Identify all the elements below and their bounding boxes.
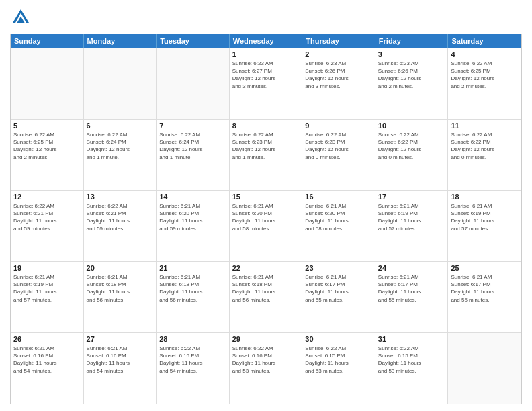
calendar-body: 1Sunrise: 6:23 AM Sunset: 6:27 PM Daylig… [11, 48, 521, 404]
calendar-row: 1Sunrise: 6:23 AM Sunset: 6:27 PM Daylig… [11, 48, 521, 119]
calendar-cell: 17Sunrise: 6:21 AM Sunset: 6:19 PM Dayli… [375, 191, 449, 261]
day-number: 21 [159, 264, 226, 272]
calendar-row: 5Sunrise: 6:22 AM Sunset: 6:25 PM Daylig… [11, 119, 521, 190]
day-info: Sunrise: 6:22 AM Sunset: 6:15 PM Dayligh… [378, 345, 445, 375]
calendar-cell: 5Sunrise: 6:22 AM Sunset: 6:25 PM Daylig… [11, 120, 84, 190]
calendar-cell: 7Sunrise: 6:22 AM Sunset: 6:24 PM Daylig… [157, 120, 230, 190]
calendar-cell: 22Sunrise: 6:21 AM Sunset: 6:18 PM Dayli… [230, 262, 303, 332]
calendar-cell: 27Sunrise: 6:21 AM Sunset: 6:16 PM Dayli… [84, 333, 157, 404]
calendar-header-row: SundayMondayTuesdayWednesdayThursdayFrid… [11, 34, 521, 48]
calendar-cell: 18Sunrise: 6:21 AM Sunset: 6:19 PM Dayli… [448, 191, 521, 261]
logo-icon [10, 7, 32, 28]
calendar-cell: 28Sunrise: 6:22 AM Sunset: 6:16 PM Dayli… [157, 333, 230, 404]
calendar-header-cell: Tuesday [157, 34, 230, 48]
day-number: 26 [13, 335, 81, 343]
day-info: Sunrise: 6:21 AM Sunset: 6:18 PM Dayligh… [232, 273, 300, 304]
calendar-cell: 12Sunrise: 6:22 AM Sunset: 6:21 PM Dayli… [11, 191, 84, 261]
day-number: 14 [159, 193, 226, 201]
day-number: 19 [13, 264, 81, 272]
calendar-cell: 6Sunrise: 6:22 AM Sunset: 6:24 PM Daylig… [84, 120, 157, 190]
day-number: 5 [13, 122, 81, 130]
calendar: SundayMondayTuesdayWednesdayThursdayFrid… [10, 34, 522, 404]
day-info: Sunrise: 6:22 AM Sunset: 6:16 PM Dayligh… [232, 345, 300, 375]
day-number: 1 [232, 50, 300, 58]
day-info: Sunrise: 6:22 AM Sunset: 6:15 PM Dayligh… [305, 345, 372, 375]
calendar-cell: 9Sunrise: 6:22 AM Sunset: 6:23 PM Daylig… [302, 120, 375, 190]
calendar-row: 26Sunrise: 6:21 AM Sunset: 6:16 PM Dayli… [11, 332, 521, 404]
day-number: 25 [451, 264, 519, 272]
calendar-cell: 15Sunrise: 6:21 AM Sunset: 6:20 PM Dayli… [230, 191, 303, 261]
day-number: 27 [87, 335, 154, 343]
day-number: 16 [305, 193, 372, 201]
calendar-row: 19Sunrise: 6:21 AM Sunset: 6:19 PM Dayli… [11, 261, 521, 332]
calendar-header-cell: Wednesday [230, 34, 303, 48]
calendar-cell: 30Sunrise: 6:22 AM Sunset: 6:15 PM Dayli… [302, 333, 375, 404]
day-info: Sunrise: 6:21 AM Sunset: 6:20 PM Dayligh… [159, 202, 226, 232]
day-info: Sunrise: 6:22 AM Sunset: 6:22 PM Dayligh… [451, 131, 519, 161]
day-info: Sunrise: 6:21 AM Sunset: 6:19 PM Dayligh… [451, 202, 519, 232]
day-info: Sunrise: 6:22 AM Sunset: 6:25 PM Dayligh… [451, 60, 519, 90]
calendar-cell: 26Sunrise: 6:21 AM Sunset: 6:16 PM Dayli… [11, 333, 84, 404]
day-info: Sunrise: 6:22 AM Sunset: 6:16 PM Dayligh… [159, 345, 226, 375]
day-number: 15 [232, 193, 300, 201]
day-info: Sunrise: 6:23 AM Sunset: 6:26 PM Dayligh… [305, 60, 372, 90]
day-number: 22 [232, 264, 300, 272]
day-number: 11 [451, 122, 519, 130]
calendar-cell: 20Sunrise: 6:21 AM Sunset: 6:18 PM Dayli… [84, 262, 157, 332]
calendar-cell: 14Sunrise: 6:21 AM Sunset: 6:20 PM Dayli… [157, 191, 230, 261]
calendar-cell: 16Sunrise: 6:21 AM Sunset: 6:20 PM Dayli… [302, 191, 375, 261]
calendar-row: 12Sunrise: 6:22 AM Sunset: 6:21 PM Dayli… [11, 190, 521, 261]
day-number: 28 [159, 335, 226, 343]
calendar-cell [84, 48, 157, 119]
day-info: Sunrise: 6:22 AM Sunset: 6:23 PM Dayligh… [232, 131, 300, 161]
day-number: 12 [13, 193, 81, 201]
day-info: Sunrise: 6:21 AM Sunset: 6:18 PM Dayligh… [87, 273, 154, 304]
day-number: 3 [378, 50, 445, 58]
calendar-cell: 1Sunrise: 6:23 AM Sunset: 6:27 PM Daylig… [230, 48, 303, 119]
day-number: 4 [451, 50, 519, 58]
day-number: 17 [378, 193, 445, 201]
day-info: Sunrise: 6:22 AM Sunset: 6:21 PM Dayligh… [87, 202, 154, 232]
day-number: 6 [87, 122, 154, 130]
calendar-cell [157, 48, 230, 119]
calendar-cell: 23Sunrise: 6:21 AM Sunset: 6:17 PM Dayli… [302, 262, 375, 332]
day-number: 29 [232, 335, 300, 343]
calendar-cell: 11Sunrise: 6:22 AM Sunset: 6:22 PM Dayli… [448, 120, 521, 190]
calendar-cell: 25Sunrise: 6:21 AM Sunset: 6:17 PM Dayli… [448, 262, 521, 332]
day-info: Sunrise: 6:22 AM Sunset: 6:24 PM Dayligh… [159, 131, 226, 161]
page: SundayMondayTuesdayWednesdayThursdayFrid… [0, 0, 532, 411]
day-number: 31 [378, 335, 445, 343]
day-number: 8 [232, 122, 300, 130]
day-info: Sunrise: 6:22 AM Sunset: 6:21 PM Dayligh… [13, 202, 81, 232]
calendar-cell: 10Sunrise: 6:22 AM Sunset: 6:22 PM Dayli… [375, 120, 449, 190]
logo [10, 7, 34, 28]
day-info: Sunrise: 6:21 AM Sunset: 6:19 PM Dayligh… [378, 202, 445, 232]
calendar-header-cell: Sunday [11, 34, 84, 48]
day-info: Sunrise: 6:22 AM Sunset: 6:24 PM Dayligh… [87, 131, 154, 161]
day-info: Sunrise: 6:21 AM Sunset: 6:17 PM Dayligh… [378, 273, 445, 304]
day-number: 13 [87, 193, 154, 201]
calendar-cell: 4Sunrise: 6:22 AM Sunset: 6:25 PM Daylig… [448, 48, 521, 119]
day-info: Sunrise: 6:22 AM Sunset: 6:25 PM Dayligh… [13, 131, 81, 161]
day-info: Sunrise: 6:21 AM Sunset: 6:17 PM Dayligh… [451, 273, 519, 304]
header [10, 7, 522, 28]
day-number: 23 [305, 264, 372, 272]
day-number: 30 [305, 335, 372, 343]
calendar-cell: 21Sunrise: 6:21 AM Sunset: 6:18 PM Dayli… [157, 262, 230, 332]
day-info: Sunrise: 6:21 AM Sunset: 6:18 PM Dayligh… [159, 273, 226, 304]
calendar-header-cell: Monday [84, 34, 157, 48]
day-number: 24 [378, 264, 445, 272]
calendar-header-cell: Friday [375, 34, 449, 48]
day-info: Sunrise: 6:21 AM Sunset: 6:20 PM Dayligh… [232, 202, 300, 232]
calendar-cell: 29Sunrise: 6:22 AM Sunset: 6:16 PM Dayli… [230, 333, 303, 404]
calendar-header-cell: Saturday [448, 34, 521, 48]
calendar-cell: 8Sunrise: 6:22 AM Sunset: 6:23 PM Daylig… [230, 120, 303, 190]
day-info: Sunrise: 6:21 AM Sunset: 6:16 PM Dayligh… [87, 345, 154, 375]
calendar-cell: 31Sunrise: 6:22 AM Sunset: 6:15 PM Dayli… [375, 333, 449, 404]
calendar-cell [11, 48, 84, 119]
calendar-cell: 19Sunrise: 6:21 AM Sunset: 6:19 PM Dayli… [11, 262, 84, 332]
day-number: 20 [87, 264, 154, 272]
calendar-cell: 3Sunrise: 6:23 AM Sunset: 6:26 PM Daylig… [375, 48, 449, 119]
day-info: Sunrise: 6:21 AM Sunset: 6:19 PM Dayligh… [13, 273, 81, 304]
day-info: Sunrise: 6:21 AM Sunset: 6:20 PM Dayligh… [305, 202, 372, 232]
